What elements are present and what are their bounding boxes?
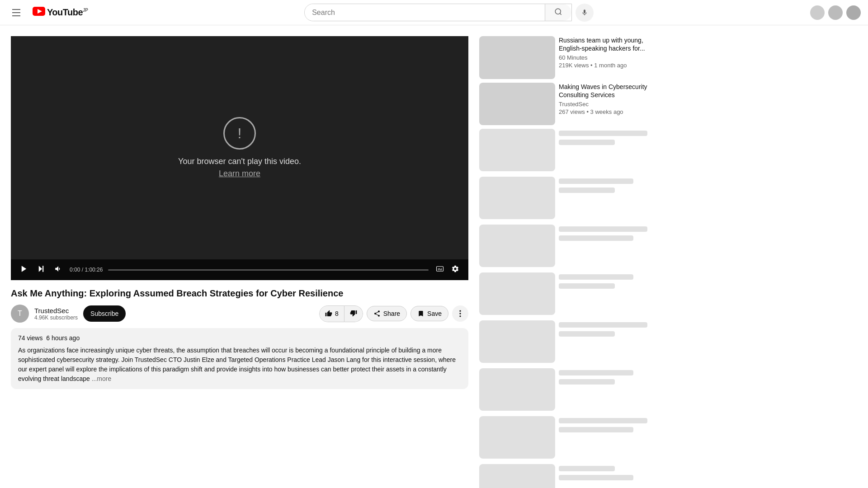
sidebar-loading-thumbnail	[479, 320, 555, 363]
dislike-button[interactable]	[344, 305, 363, 322]
hamburger-menu-button[interactable]	[7, 4, 25, 22]
placeholder-line	[559, 131, 647, 136]
sidebar-loading-info	[559, 272, 652, 315]
svg-rect-6	[42, 266, 43, 272]
share-button[interactable]: Share	[367, 306, 407, 321]
sidebar-loading-thumbnail	[479, 177, 555, 219]
sidebar-item-meta: 267 views • 3 weeks ago	[559, 108, 652, 115]
sidebar-loading-item	[479, 368, 652, 411]
channel-name[interactable]: TrustedSec	[34, 307, 78, 314]
svg-point-13	[459, 313, 461, 314]
sidebar-thumbnail	[479, 83, 555, 126]
sidebar-loading-thumbnail	[479, 464, 555, 488]
sidebar-item[interactable]: Russians team up with young, English-spe…	[479, 36, 652, 79]
placeholder-line	[559, 322, 647, 328]
sidebar-loading-info	[559, 225, 652, 267]
sidebar-loading-item	[479, 177, 652, 219]
sidebar-loading-item	[479, 272, 652, 315]
sidebar-item-meta: 219K views • 1 month ago	[559, 62, 652, 69]
subtitles-button[interactable]	[434, 263, 446, 277]
header-left: YouTubeJP	[7, 4, 88, 22]
sidebar-loading-item	[479, 225, 652, 267]
sidebar-loading-thumbnail	[479, 225, 555, 267]
video-main-area: ! Your browser can't play this video. Le…	[11, 36, 468, 259]
sidebar-thumbnail	[479, 36, 555, 79]
youtube-wordmark: YouTubeJP	[47, 7, 88, 18]
placeholder-line	[559, 188, 615, 193]
placeholder-line	[559, 418, 647, 423]
error-icon: !	[223, 117, 256, 150]
sidebar-item-channel: 60 Minutes	[559, 54, 652, 61]
sidebar-loading-info	[559, 464, 652, 488]
header: YouTubeJP	[0, 0, 868, 25]
sidebar-loading-info	[559, 368, 652, 411]
video-controls: 0:00 / 1:00:26	[11, 259, 468, 280]
mute-button[interactable]	[52, 263, 64, 277]
sidebar-loading-item	[479, 129, 652, 171]
action-buttons: 8 Share Save	[319, 305, 468, 322]
learn-more-link[interactable]: Learn more	[219, 169, 260, 178]
description-meta: 74 views 6 hours ago	[18, 333, 461, 343]
user-avatar-3[interactable]	[846, 5, 861, 20]
channel-left: T TrustedSec 4.96K subscribers Subscribe	[11, 305, 126, 323]
user-avatar-2[interactable]	[828, 5, 843, 20]
error-text-area: Your browser can't play this video. Lear…	[178, 157, 301, 178]
more-options-button[interactable]	[452, 305, 468, 322]
voice-search-button[interactable]	[576, 4, 594, 22]
subscribe-button[interactable]: Subscribe	[83, 305, 126, 322]
sidebar-loading-thumbnail	[479, 129, 555, 171]
next-button[interactable]	[35, 263, 47, 277]
search-bar	[304, 4, 572, 21]
placeholder-line	[559, 235, 633, 241]
like-dislike-group: 8	[319, 305, 363, 322]
sidebar-loading-info	[559, 129, 652, 171]
placeholder-line	[559, 370, 633, 375]
user-avatar-1[interactable]	[810, 5, 825, 20]
search-input[interactable]	[305, 4, 545, 21]
sidebar-item-title: Russians team up with young, English-spe…	[559, 36, 652, 52]
channel-info: TrustedSec 4.96K subscribers	[34, 307, 78, 321]
sidebar-loading-info	[559, 177, 652, 219]
placeholder-line	[559, 140, 615, 145]
placeholder-line	[559, 178, 633, 184]
description-more[interactable]: ...more	[92, 375, 112, 382]
svg-point-12	[459, 310, 461, 312]
sidebar-loading-info	[559, 320, 652, 363]
video-player: ! Your browser can't play this video. Le…	[11, 36, 468, 280]
description-text: As organizations face increasingly uniqu…	[18, 346, 461, 384]
placeholder-line	[559, 331, 615, 337]
placeholder-line	[559, 274, 633, 280]
channel-row: T TrustedSec 4.96K subscribers Subscribe…	[11, 305, 468, 323]
svg-point-2	[555, 9, 561, 14]
search-button[interactable]	[545, 4, 571, 21]
save-button[interactable]: Save	[410, 306, 448, 321]
placeholder-line	[559, 379, 615, 385]
sidebar-item-info: Making Waves in Cybersecurity Consulting…	[559, 83, 652, 126]
sidebar-item-channel: TrustedSec	[559, 101, 652, 108]
like-button[interactable]: 8	[319, 305, 344, 322]
placeholder-line	[559, 475, 633, 480]
sidebar: Russians team up with young, English-spe…	[479, 25, 661, 488]
page-body: ! Your browser can't play this video. Le…	[0, 0, 868, 488]
description-box[interactable]: 74 views 6 hours ago As organizations fa…	[11, 328, 468, 389]
play-button[interactable]	[18, 263, 30, 277]
channel-avatar[interactable]: T	[11, 305, 29, 323]
sidebar-item-title: Making Waves in Cybersecurity Consulting…	[559, 83, 652, 99]
controls-right	[434, 263, 461, 277]
video-title: Ask Me Anything: Exploring Assumed Breac…	[11, 287, 468, 299]
sidebar-loading-thumbnail	[479, 368, 555, 411]
header-right	[810, 5, 861, 20]
progress-bar[interactable]	[108, 269, 429, 271]
svg-marker-5	[39, 266, 42, 272]
time-display: 0:00 / 1:00:26	[70, 267, 103, 273]
channel-subscribers: 4.96K subscribers	[34, 314, 78, 321]
like-count: 8	[335, 310, 339, 317]
hamburger-icon	[9, 5, 24, 20]
placeholder-line	[559, 427, 633, 432]
settings-button[interactable]	[449, 263, 461, 277]
sidebar-loading-item	[479, 416, 652, 459]
sidebar-item[interactable]: Making Waves in Cybersecurity Consulting…	[479, 83, 652, 126]
youtube-logo[interactable]: YouTubeJP	[33, 7, 88, 18]
sidebar-loading-thumbnail	[479, 272, 555, 315]
sidebar-loading-info	[559, 416, 652, 459]
